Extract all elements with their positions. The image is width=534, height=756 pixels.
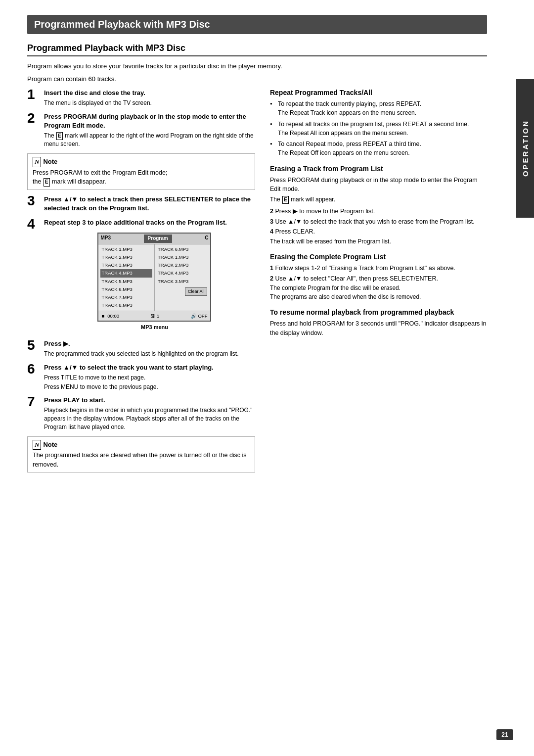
title-bar-text: Programmed Playback with MP3 Disc	[34, 19, 210, 30]
step-6-sub2: Press MENU to move to the previous page.	[44, 383, 255, 391]
erasing-complete-heading: Erasing the Complete Program List	[270, 253, 487, 261]
mp3-left-tracks: TRACK 1.MP3 TRACK 2.MP3 TRACK 3.MP3 TRAC…	[98, 244, 155, 311]
mp3-right-tracks: TRACK 6.MP3 TRACK 1.MP3 TRACK 2.MP3 TRAC…	[155, 244, 211, 311]
page-number-badge: 21	[496, 729, 513, 740]
note-2-title: N Note	[33, 440, 250, 450]
repeat-bullet-list: To repeat the track currently playing, p…	[270, 99, 487, 158]
e-mark-1: E	[56, 132, 63, 140]
step-4: 4 Repeat step 3 to place additional trac…	[27, 218, 255, 334]
mp3-track-l7: TRACK 7.MP3	[100, 293, 152, 301]
step-3-bold: Press ▲/▼ to select a track then press S…	[44, 195, 251, 212]
page-number: 21	[501, 731, 508, 738]
step-5-content: Press ▶. The programmed track you select…	[44, 339, 255, 358]
repeat-bullet-1-sub: The Repeat Track icon appears on the men…	[278, 109, 487, 117]
mp3-track-l3: TRACK 3.MP3	[100, 261, 152, 269]
step-2: 2 Press PROGRAM during playback or in th…	[27, 112, 255, 148]
step-3: 3 Press ▲/▼ to select a track then press…	[27, 195, 255, 214]
mp3-menu-screen: MP3 Program C TRACK 1.MP3 TRACK 2.MP3 TR…	[97, 233, 211, 322]
step-4-content: Repeat step 3 to place additional tracks…	[44, 218, 255, 334]
erasing-complete-step1: 1 Follow steps 1-2 of "Erasing a Track f…	[270, 264, 487, 273]
erasing-complete-step2-sub1: The complete Program for the disc will b…	[270, 284, 487, 292]
repeat-bullet-3-text: To cancel Repeat mode, press REPEAT a th…	[278, 141, 421, 147]
step-7-sub: Playback begins in the order in which yo…	[44, 406, 255, 431]
note-icon-2: N	[33, 440, 41, 450]
mp3-track-l6: TRACK 6.MP3	[100, 285, 152, 293]
mp3-track-r3: TRACK 2.MP3	[157, 261, 209, 269]
left-column: 1 Insert the disc and close the tray. Th…	[27, 89, 255, 477]
repeat-bullet-2: To repeat all tracks on the program list…	[270, 120, 487, 138]
step-7: 7 Press PLAY to start. Playback begins i…	[27, 396, 255, 431]
step-3-num: 3	[27, 194, 41, 208]
mp3-track-r4: TRACK 4.MP3	[157, 269, 209, 277]
mp3-track-r1: TRACK 6.MP3	[157, 245, 209, 253]
step-6: 6 Press ▲/▼ to select the track you want…	[27, 363, 255, 391]
note-2: N Note The programmed tracks are cleared…	[27, 436, 255, 472]
erasing-track-step2: 2 Press ▶ to move to the Program list.	[270, 207, 487, 216]
step-6-content: Press ▲/▼ to select the track you want t…	[44, 363, 255, 391]
mp3-off: 🔊 OFF	[191, 313, 208, 320]
erasing-complete-step2-sub2: The programs are also cleared when the d…	[270, 293, 487, 301]
step-1: 1 Insert the disc and close the tray. Th…	[27, 89, 255, 107]
mp3-menu-wrapper: MP3 Program C TRACK 1.MP3 TRACK 2.MP3 TR…	[54, 233, 255, 331]
clear-all-button: Clear All	[185, 287, 208, 296]
section-heading: Programmed Playback with MP3 Disc	[27, 43, 487, 56]
step-5-num: 5	[27, 338, 41, 352]
mp3-stop-icon: ■	[101, 313, 104, 320]
repeat-bullet-3-sub: The Repeat Off icon appears on the menu …	[278, 149, 487, 157]
erasing-track-step3: 3 Use ▲/▼ to select the track that you w…	[270, 217, 487, 227]
mp3-footer-icons: ■ 00:00	[101, 313, 119, 320]
mp3-track-l2: TRACK 2.MP3	[100, 253, 152, 261]
repeat-bullet-1-text: To repeat the track currently playing, p…	[278, 100, 421, 107]
step-6-bold: Press ▲/▼ to select the track you want t…	[44, 364, 214, 371]
step-1-bold: Insert the disc and close the tray.	[44, 89, 145, 96]
mp3-header-program: Program	[144, 235, 172, 243]
step-7-content: Press PLAY to start. Playback begins in …	[44, 396, 255, 431]
mp3-disc-icon: 🖫 1	[150, 313, 159, 320]
e-mark-2: E	[44, 178, 50, 187]
mp3-track-r5: TRACK 3.MP3	[157, 278, 209, 285]
step-6-sub1: Press TITLE to move to the next page.	[44, 374, 255, 382]
step-3-content: Press ▲/▼ to select a track then press S…	[44, 195, 255, 214]
erasing-track-step4-sub: The track will be erased from the Progra…	[270, 237, 487, 246]
repeat-bullet-2-text: To repeat all tracks on the program list…	[278, 121, 469, 128]
note-2-content: The programmed tracks are cleared when t…	[33, 451, 250, 469]
resume-text: Press and hold PROGRAM for 3 seconds unt…	[270, 319, 487, 338]
page-wrapper: OPERATION 21 Programmed Playback with MP…	[0, 0, 534, 756]
right-column: Repeat Programmed Tracks/All To repeat t…	[270, 89, 487, 477]
side-tab: OPERATION	[516, 79, 534, 218]
main-content: Programmed Playback with MP3 Disc Progra…	[0, 0, 534, 507]
note-1-title: N Note	[33, 157, 250, 167]
mp3-track-l8: TRACK 8.MP3	[100, 301, 152, 309]
mp3-menu-header: MP3 Program C	[98, 234, 210, 244]
step-6-num: 6	[27, 362, 41, 376]
mp3-header-mp3: MP3	[100, 235, 111, 243]
mp3-menu-label: MP3 menu	[141, 324, 168, 331]
mp3-track-l1: TRACK 1.MP3	[100, 245, 152, 253]
step-1-content: Insert the disc and close the tray. The …	[44, 89, 255, 107]
erasing-complete-step2: 2 Use ▲/▼ to select "Clear All", then pr…	[270, 274, 487, 284]
mp3-time: 00:00	[107, 313, 119, 320]
erasing-track-step4: 4 Press CLEAR.	[270, 227, 487, 236]
mp3-track-l5: TRACK 5.MP3	[100, 278, 152, 285]
step-4-num: 4	[27, 217, 41, 231]
side-tab-label: OPERATION	[521, 120, 530, 177]
mp3-track-l4: TRACK 4.MP3	[100, 269, 152, 277]
step-7-num: 7	[27, 395, 41, 409]
resume-heading: To resume normal playback from programme…	[270, 308, 487, 316]
intro-line1: Program allows you to store your favorit…	[27, 61, 487, 71]
note-1: N Note Press PROGRAM to exit the Program…	[27, 153, 255, 189]
step-1-num: 1	[27, 88, 41, 101]
step-5: 5 Press ▶. The programmed track you sele…	[27, 339, 255, 358]
step-1-sub: The menu is displayed on the TV screen.	[44, 99, 255, 107]
step-4-bold: Repeat step 3 to place additional tracks…	[44, 219, 227, 226]
intro-line2: Program can contain 60 tracks.	[27, 74, 487, 84]
step-5-sub: The programmed track you selected last i…	[44, 350, 255, 358]
step-2-bold: Press PROGRAM during playback or in the …	[44, 113, 246, 130]
repeat-bullet-1: To repeat the track currently playing, p…	[270, 99, 487, 118]
step-2-sub: The E mark will appear to the right of t…	[44, 132, 255, 148]
step-2-content: Press PROGRAM during playback or in the …	[44, 112, 255, 148]
mp3-header-c: C	[205, 235, 208, 243]
e-mark-3: E	[282, 196, 289, 204]
repeat-heading: Repeat Programmed Tracks/All	[270, 89, 487, 96]
note-icon-1: N	[33, 157, 41, 167]
